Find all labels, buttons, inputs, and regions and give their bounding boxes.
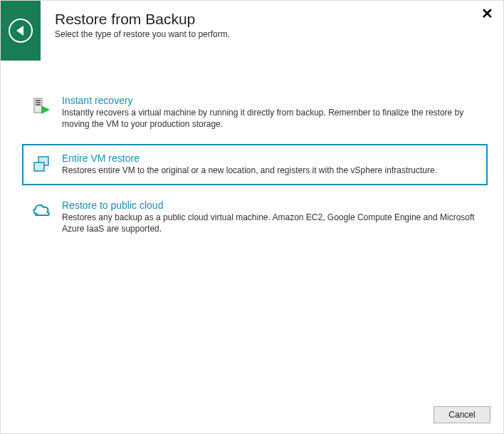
server-play-icon bbox=[28, 95, 56, 118]
back-arrow-icon bbox=[9, 19, 33, 43]
option-title: Entire VM restore bbox=[62, 153, 479, 164]
svg-rect-3 bbox=[36, 104, 41, 105]
option-description: Instantly recovers a virtual machine by … bbox=[62, 107, 479, 130]
cancel-button[interactable]: Cancel bbox=[434, 406, 490, 423]
option-instant-recovery[interactable]: Instant recovery Instantly recovers a vi… bbox=[22, 86, 488, 138]
dialog-header: Restore from Backup Select the type of r… bbox=[1, 1, 503, 61]
vm-boxes-icon bbox=[28, 153, 56, 175]
dialog-footer: Cancel bbox=[434, 406, 490, 423]
option-description: Restores entire VM to the original or a … bbox=[62, 165, 479, 176]
page-title: Restore from Backup bbox=[55, 11, 503, 28]
svg-rect-1 bbox=[36, 100, 41, 101]
option-entire-vm-restore[interactable]: Entire VM restore Restores entire VM to … bbox=[22, 144, 488, 185]
svg-marker-4 bbox=[41, 105, 50, 114]
option-description: Restores any backup as a public cloud vi… bbox=[62, 212, 479, 234]
svg-rect-2 bbox=[36, 102, 41, 103]
option-restore-public-cloud[interactable]: Restore to public cloud Restores any bac… bbox=[22, 191, 488, 243]
back-button[interactable] bbox=[1, 1, 41, 61]
close-icon[interactable]: ✕ bbox=[481, 6, 493, 21]
option-title: Instant recovery bbox=[62, 95, 479, 106]
option-title: Restore to public cloud bbox=[62, 200, 479, 211]
svg-rect-6 bbox=[34, 162, 44, 171]
page-subtitle: Select the type of restore you want to p… bbox=[55, 29, 503, 39]
restore-options-list: Instant recovery Instantly recovers a vi… bbox=[1, 61, 503, 243]
cloud-icon bbox=[28, 200, 56, 218]
